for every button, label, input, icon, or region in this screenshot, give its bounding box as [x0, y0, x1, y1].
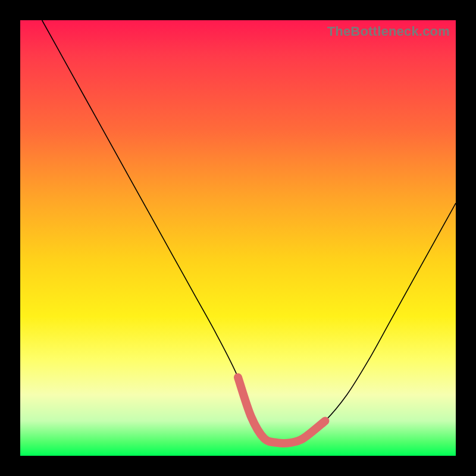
curve-svg: [20, 20, 456, 456]
bottleneck-curve: [42, 20, 456, 443]
chart-frame: TheBottleneck.com: [0, 0, 476, 476]
trough-highlight: [238, 377, 325, 443]
plot-area: TheBottleneck.com: [20, 20, 456, 456]
